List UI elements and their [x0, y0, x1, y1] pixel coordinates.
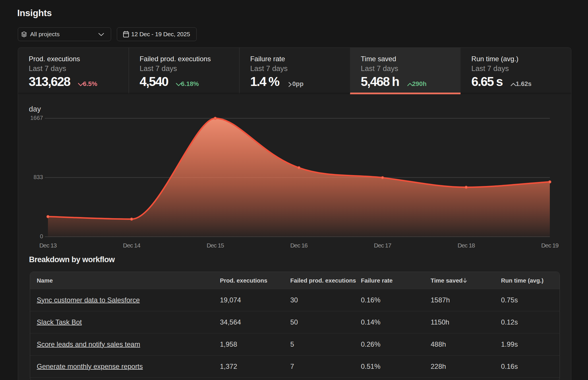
cell-time-saved: 1587h [431, 296, 501, 304]
stat-value: 1.4 [250, 75, 266, 88]
stat-delta-value: 6.18% [181, 80, 199, 87]
table-row: Score leads and notify sales team 1,958 … [30, 333, 560, 355]
stat-unit: s [496, 75, 503, 88]
stat-delta: 0pp [287, 81, 303, 87]
cell-run-time: 0.75s [501, 296, 560, 304]
cell-prod-executions: 1,958 [220, 340, 290, 348]
stat-card-failure-rate[interactable]: Failure rate Last 7 days 1.4 % 0pp [239, 48, 350, 94]
stat-value: 313,628 [29, 75, 70, 88]
workflow-link[interactable]: Score leads and notify sales team [37, 340, 140, 348]
cell-failure-rate: 0.51% [361, 362, 431, 371]
column-header-label: Time saved [431, 277, 463, 284]
stat-title: Run time (avg.) [471, 55, 571, 63]
stat-period: Last 7 days [29, 64, 129, 73]
cell-time-saved: 488h [431, 340, 501, 348]
svg-text:day: day [29, 105, 41, 113]
cell-run-time: 0.12s [501, 318, 560, 326]
stat-title: Failed prod. executions [140, 55, 239, 63]
cell-prod-executions: 19,074 [220, 296, 290, 304]
cell-failed-prod-executions: 50 [290, 318, 361, 326]
column-header-failure-rate[interactable]: Failure rate [361, 277, 431, 284]
workflow-link[interactable]: Slack Task Bot [37, 318, 82, 326]
stat-card-time-saved[interactable]: Time saved Last 7 days 5,468 h 290h [350, 48, 461, 94]
date-range-label: 12 Dec - 19 Dec, 2025 [131, 31, 190, 38]
cell-name: Generate monthly expense reports [37, 362, 220, 371]
svg-text:Dec 17: Dec 17 [374, 242, 391, 249]
stat-period: Last 7 days [250, 64, 350, 73]
cell-run-time: 0.16s [501, 362, 560, 371]
table-header-row: Name Prod. executions Failed prod. execu… [30, 272, 560, 289]
project-filter-select[interactable]: All projects [18, 27, 111, 41]
table-row: Sync customer data to Salesforce 19,074 … [30, 289, 560, 311]
chevron-down-icon [98, 31, 105, 38]
cell-failed-prod-executions: 5 [290, 340, 361, 348]
svg-text:Dec 16: Dec 16 [290, 242, 307, 249]
stat-delta: 290h [407, 81, 427, 87]
cell-failure-rate: 0.26% [361, 340, 431, 348]
stat-title: Time saved [361, 55, 461, 63]
time-saved-area-chart[interactable]: 08331667Dec 13Dec 14Dec 15Dec 16Dec 17De… [18, 95, 571, 252]
stat-delta-value: 1.62s [516, 80, 531, 87]
table-row: Generate monthly expense reports 1,372 7… [30, 355, 560, 377]
stat-period: Last 7 days [471, 64, 571, 73]
stat-delta: 1.62s [510, 81, 531, 87]
stat-value: 6.65 [471, 75, 494, 88]
stat-card-failed-prod-executions[interactable]: Failed prod. executions Last 7 days 4,54… [129, 48, 239, 94]
stat-period: Last 7 days [140, 64, 239, 73]
cell-failed-prod-executions: 7 [290, 362, 361, 371]
svg-text:Dec 18: Dec 18 [458, 242, 475, 249]
cell-failure-rate: 0.16% [361, 296, 431, 304]
stat-value: 4,540 [140, 75, 168, 88]
stat-delta-value: 290h [412, 80, 427, 87]
svg-text:833: 833 [34, 174, 43, 180]
stat-unit: % [268, 75, 279, 88]
cell-failure-rate: 0.14% [361, 318, 431, 326]
project-filter-label: All projects [30, 31, 60, 38]
column-header-name[interactable]: Name [37, 277, 220, 284]
trend-up-icon [407, 82, 413, 87]
stat-delta-value: 0pp [292, 80, 303, 87]
stat-title: Prod. executions [29, 55, 129, 63]
cell-failed-prod-executions: 30 [290, 296, 361, 304]
column-header-run-time[interactable]: Run time (avg.) [501, 277, 560, 284]
cell-time-saved: 228h [431, 362, 501, 371]
workflow-link[interactable]: Generate monthly expense reports [37, 362, 143, 370]
stat-delta: 6.18% [176, 81, 199, 87]
workflow-link[interactable]: Sync customer data to Salesforce [37, 296, 140, 304]
calendar-icon [123, 31, 129, 38]
layers-icon [21, 31, 27, 37]
stat-unit: h [392, 75, 399, 88]
cell-run-time: 1.99s [501, 340, 560, 348]
breakdown-heading: Breakdown by workflow [29, 255, 115, 264]
date-range-picker[interactable]: 12 Dec - 19 Dec, 2025 [117, 27, 197, 41]
svg-text:Dec 14: Dec 14 [123, 242, 140, 249]
svg-text:0: 0 [40, 233, 43, 239]
page-title: Insights [17, 8, 52, 18]
cell-name: Slack Task Bot [37, 318, 220, 326]
stat-period: Last 7 days [361, 64, 461, 73]
svg-text:1667: 1667 [30, 115, 43, 121]
stat-delta-value: 6.5% [83, 80, 97, 87]
column-header-failed-prod-executions[interactable]: Failed prod. executions [290, 277, 361, 284]
cell-name: Score leads and notify sales team [37, 340, 220, 348]
stat-value: 5,468 [361, 75, 389, 88]
column-header-time-saved[interactable]: Time saved [431, 277, 501, 284]
trend-down-icon [78, 82, 84, 87]
cell-name: Sync customer data to Salesforce [37, 296, 220, 304]
svg-text:Dec 15: Dec 15 [207, 242, 224, 249]
svg-text:Dec 13: Dec 13 [39, 242, 57, 249]
svg-text:Dec 19: Dec 19 [541, 242, 558, 249]
cell-prod-executions: 1,372 [220, 362, 290, 371]
table-row: Slack Task Bot 34,564 50 0.14% 1150h 0.1… [30, 311, 560, 333]
cell-time-saved: 1150h [431, 318, 501, 326]
column-header-prod-executions[interactable]: Prod. executions [220, 277, 290, 284]
stat-card-prod-executions[interactable]: Prod. executions Last 7 days 313,628 6.5… [18, 48, 129, 94]
cell-prod-executions: 34,564 [220, 318, 290, 326]
sort-desc-icon [462, 277, 468, 283]
stat-delta: 6.5% [78, 81, 97, 87]
stat-card-run-time[interactable]: Run time (avg.) Last 7 days 6.65 s 1.62s [461, 48, 571, 94]
table-row-partial [30, 377, 560, 380]
workflow-table: Name Prod. executions Failed prod. execu… [30, 272, 560, 380]
stat-title: Failure rate [250, 55, 350, 63]
stats-row: Prod. executions Last 7 days 313,628 6.5… [18, 48, 571, 94]
